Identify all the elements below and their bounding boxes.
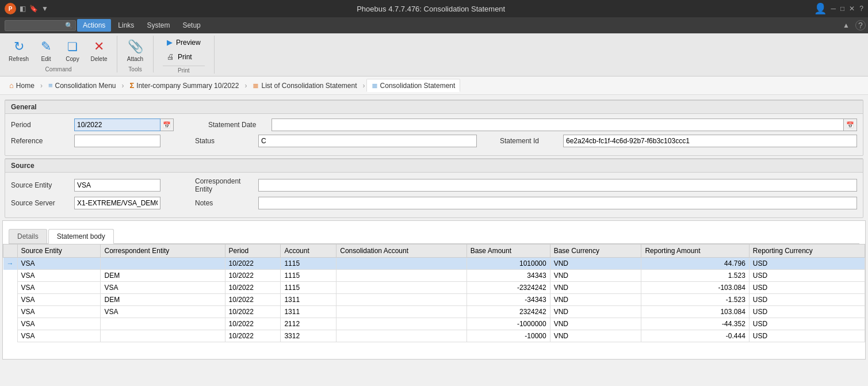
period-input[interactable] bbox=[74, 119, 160, 131]
col-base-amount[interactable]: Base Amount bbox=[466, 244, 550, 258]
edit-button[interactable]: ✎ Edit bbox=[33, 36, 59, 65]
cell-consolidation-account-0 bbox=[337, 258, 466, 270]
source-server-input[interactable] bbox=[74, 197, 160, 209]
attach-button[interactable]: 📎 Attach bbox=[122, 36, 148, 65]
correspondent-entity-input[interactable] bbox=[258, 179, 857, 192]
title-bar-icon2[interactable]: 🔖 bbox=[29, 5, 38, 13]
table-row[interactable]: VSA DEM 10/2022 1311 -34343 VND -1.523 U… bbox=[3, 294, 865, 306]
tab-statement-body[interactable]: Statement body bbox=[48, 229, 114, 244]
menu-bc-icon: ≡ bbox=[48, 81, 53, 90]
table-body: → VSA 10/2022 1115 1010000 VND 44.796 US… bbox=[3, 258, 865, 342]
breadcrumb-current[interactable]: ≣ Consolidation Statement bbox=[366, 79, 461, 92]
breadcrumb: ⌂ Home › ≡ Consolidation Menu › Σ Inter-… bbox=[0, 77, 868, 95]
table-header-row: Source Entity Correspondent Entity Perio… bbox=[3, 244, 865, 258]
title-bar-icon1[interactable]: ◧ bbox=[20, 5, 26, 13]
intercompany-icon: Σ bbox=[130, 81, 135, 90]
source-row2: Source Server Notes bbox=[11, 197, 857, 209]
breadcrumb-intercompany[interactable]: Σ Inter-company Summary 10/2022 bbox=[125, 79, 244, 91]
preview-button[interactable]: ▶ Preview bbox=[163, 36, 205, 49]
col-reporting-amount[interactable]: Reporting Amount bbox=[641, 244, 749, 258]
cell-consolidation-account-2 bbox=[337, 282, 466, 294]
tabs-bar: Details Statement body bbox=[9, 229, 859, 244]
data-table-container[interactable]: Source Entity Correspondent Entity Perio… bbox=[3, 244, 865, 359]
statement-id-input[interactable] bbox=[563, 135, 857, 147]
source-entity-input[interactable] bbox=[74, 179, 160, 192]
maximize-button[interactable]: □ bbox=[840, 5, 844, 13]
list-icon: ≣ bbox=[253, 81, 259, 90]
user-icon[interactable]: 👤 bbox=[814, 2, 827, 15]
cell-base-currency-5: VND bbox=[550, 318, 641, 330]
cell-reporting-currency-5: USD bbox=[749, 318, 865, 330]
current-icon: ≣ bbox=[372, 81, 378, 90]
menu-item-system[interactable]: System bbox=[141, 19, 175, 32]
col-reporting-currency[interactable]: Reporting Currency bbox=[749, 244, 865, 258]
cell-correspondent-entity-1: DEM bbox=[101, 270, 225, 282]
attach-label: Attach bbox=[127, 56, 143, 62]
menu-item-actions[interactable]: Actions bbox=[77, 19, 111, 32]
cell-reporting-amount-2: -103.084 bbox=[641, 282, 749, 294]
breadcrumb-intercompany-label: Inter-company Summary 10/2022 bbox=[136, 82, 239, 90]
tabs-container: Details Statement body Source Entity Cor… bbox=[2, 220, 866, 360]
minimize-button[interactable]: ─ bbox=[831, 5, 836, 13]
cell-account-2: 1115 bbox=[281, 282, 337, 294]
cell-period-4: 10/2022 bbox=[225, 306, 281, 318]
breadcrumb-list[interactable]: ≣ List of Consolidation Statement bbox=[248, 79, 361, 91]
table-row[interactable]: VSA VSA 10/2022 1115 -2324242 VND -103.0… bbox=[3, 282, 865, 294]
cell-account-4: 1311 bbox=[281, 306, 337, 318]
close-button[interactable]: ✕ bbox=[849, 5, 855, 13]
cell-reporting-currency-0: USD bbox=[749, 258, 865, 270]
cell-base-amount-6: -10000 bbox=[466, 330, 550, 342]
menu-collapse-icon[interactable]: ▲ bbox=[838, 21, 854, 29]
col-base-currency[interactable]: Base Currency bbox=[550, 244, 641, 258]
source-section: Source Source Entity Correspondent Entit… bbox=[5, 158, 863, 218]
title-bar-icon3[interactable]: ▼ bbox=[41, 5, 48, 13]
copy-label: Copy bbox=[66, 56, 79, 62]
attach-icon: 📎 bbox=[127, 39, 143, 55]
breadcrumb-menu[interactable]: ≡ Consolidation Menu bbox=[44, 79, 121, 91]
menu-help-icon[interactable]: ? bbox=[855, 20, 866, 30]
col-correspondent-entity[interactable]: Correspondent Entity bbox=[101, 244, 225, 258]
col-consolidation-account[interactable]: Consolidation Account bbox=[337, 244, 466, 258]
period-calendar-button[interactable]: 📅 bbox=[160, 119, 174, 131]
col-source-entity[interactable]: Source Entity bbox=[17, 244, 101, 258]
row-indicator-1 bbox=[3, 270, 18, 282]
tab-details[interactable]: Details bbox=[9, 229, 47, 243]
print-button[interactable]: 🖨 Print bbox=[163, 50, 205, 63]
search-icon: 🔍 bbox=[65, 22, 73, 29]
row-indicator-6 bbox=[3, 330, 18, 342]
cell-source-entity-0: VSA bbox=[17, 258, 101, 270]
breadcrumb-home[interactable]: ⌂ Home bbox=[5, 79, 39, 91]
breadcrumb-sep1: › bbox=[40, 82, 43, 90]
reference-input[interactable] bbox=[74, 135, 160, 147]
edit-icon: ✎ bbox=[38, 39, 54, 55]
statement-date-label: Statement Date bbox=[208, 121, 266, 129]
col-period[interactable]: Period bbox=[225, 244, 281, 258]
menu-search-input[interactable] bbox=[7, 22, 65, 29]
table-row[interactable]: VSA 10/2022 3312 -10000 VND -0.444 USD bbox=[3, 330, 865, 342]
status-input[interactable] bbox=[258, 135, 477, 147]
refresh-button[interactable]: ↻ Refresh bbox=[5, 36, 33, 65]
statement-date-calendar-button[interactable]: 📅 bbox=[844, 119, 857, 131]
help-icon[interactable]: ? bbox=[859, 5, 863, 13]
cell-consolidation-account-4 bbox=[337, 306, 466, 318]
menu-item-links[interactable]: Links bbox=[112, 19, 140, 32]
source-section-header: Source bbox=[5, 159, 863, 173]
statement-date-input[interactable] bbox=[272, 119, 844, 131]
copy-button[interactable]: ❏ Copy bbox=[59, 36, 86, 65]
preview-label: Preview bbox=[176, 39, 201, 47]
table-row[interactable]: VSA 10/2022 2112 -1000000 VND -44.352 US… bbox=[3, 318, 865, 330]
table-row[interactable]: VSA DEM 10/2022 1115 34343 VND 1.523 USD bbox=[3, 270, 865, 282]
notes-input[interactable] bbox=[258, 197, 857, 209]
breadcrumb-menu-label: Consolidation Menu bbox=[55, 82, 116, 90]
table-row[interactable]: → VSA 10/2022 1115 1010000 VND 44.796 US… bbox=[3, 258, 865, 270]
row-indicator-0: → bbox=[3, 258, 18, 270]
menu-item-setup[interactable]: Setup bbox=[177, 19, 206, 32]
col-account[interactable]: Account bbox=[281, 244, 337, 258]
menu-search-box[interactable]: 🔍 bbox=[5, 20, 76, 31]
cell-source-entity-3: VSA bbox=[17, 294, 101, 306]
cell-reporting-amount-3: -1.523 bbox=[641, 294, 749, 306]
cell-period-6: 10/2022 bbox=[225, 330, 281, 342]
reference-label: Reference bbox=[11, 137, 68, 145]
delete-button[interactable]: ✕ Delete bbox=[86, 36, 112, 65]
table-row[interactable]: VSA VSA 10/2022 1311 2324242 VND 103.084… bbox=[3, 306, 865, 318]
